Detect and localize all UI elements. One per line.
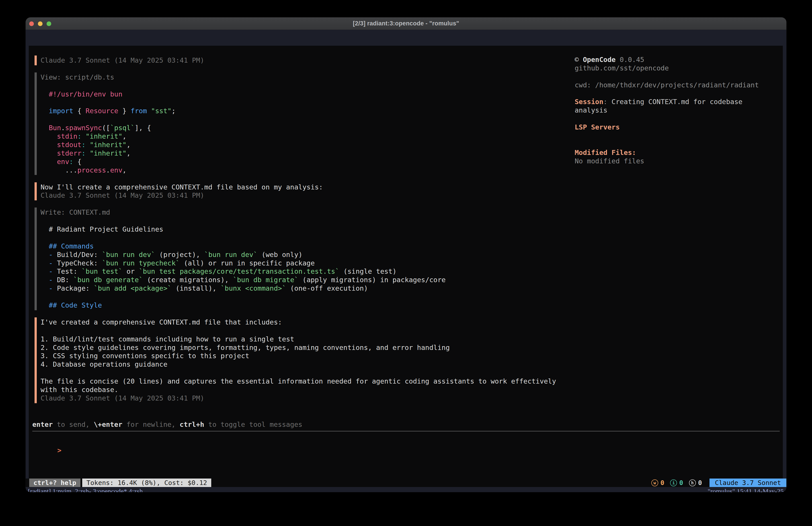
text-segment: (project), (155, 251, 204, 258)
text-segment: (web only) (257, 251, 302, 258)
tmux-status-bar: [radiant] 1:nvim 2:zsh- 3:opencode* 4:zs… (26, 487, 786, 492)
model-chip[interactable]: Claude 3.7 Sonnet (710, 479, 786, 487)
text-segment: Write: CONTEXT.md (41, 209, 110, 216)
text-segment: (one-off execution) (286, 284, 368, 292)
text-segment: stdout (57, 141, 81, 149)
tmux-window-4[interactable]: 4:zsh (129, 487, 143, 492)
text-segment: Claude 3.7 Sonnet (14 May 2025 03:41 PM) (41, 191, 204, 199)
text-segment: analysis (575, 106, 607, 114)
text-segment: . (106, 166, 110, 174)
text-segment: No modified files (575, 157, 644, 165)
text-segment: 3. CSS styling conventions specific to t… (41, 352, 249, 360)
text-segment (41, 141, 57, 149)
text-segment: ], { (134, 124, 151, 132)
terminal-line (41, 233, 446, 242)
text-segment: `bun test packages/core/test/transaction… (139, 268, 339, 275)
text-segment: "inherit" (90, 149, 126, 157)
text-segment: ## Code Style (49, 301, 102, 309)
terminal-line (41, 82, 176, 90)
text-segment: : (604, 98, 612, 106)
terminal-line: env: { (41, 158, 176, 166)
window-title: [2/3] radiant:3:opencode - "romulus" (353, 20, 459, 27)
window-titlebar[interactable]: [2/3] radiant:3:opencode - "romulus" (26, 17, 786, 30)
terminal-line: Claude 3.7 Sonnet (14 May 2025 03:41 PM) (41, 191, 323, 200)
terminal-line (41, 369, 556, 377)
text-segment: : (82, 149, 86, 157)
text-segment: Claude 3.7 Sonnet (14 May 2025 03:41 PM) (41, 56, 204, 64)
tmux-window-list: [radiant] 1:nvim 2:zsh- 3:opencode* 4:zs… (28, 487, 143, 492)
text-segment: : (82, 141, 86, 149)
text-segment: { (73, 158, 82, 166)
text-segment: (create migrations), (143, 276, 233, 284)
diagnostic-count: 0 (661, 479, 664, 486)
text-segment: , (122, 166, 126, 174)
text-segment: Bun (49, 124, 61, 132)
prompt-input[interactable]: > (33, 438, 61, 446)
tmux-window-2[interactable]: 2:zsh- (75, 487, 91, 492)
text-segment (41, 158, 57, 166)
text-segment: (apply migrations) in packages/core (299, 276, 446, 284)
text-segment (41, 149, 57, 157)
diagnostic-hint: h0 (689, 479, 702, 486)
text-segment: 4. Database operations guidance (41, 360, 167, 368)
zoom-button[interactable] (47, 22, 51, 26)
text-segment: `bun run dev` (204, 251, 258, 258)
terminal-line: ...process.env, (41, 166, 176, 174)
text-segment: Package: (53, 284, 94, 292)
text-segment: `bun run dev` (102, 251, 155, 258)
close-button[interactable] (29, 22, 34, 26)
text-segment: - (49, 251, 53, 258)
text-segment: ([ (102, 124, 110, 132)
text-segment: , (127, 141, 131, 149)
terminal-line: - Test: `bun test` or `bun test packages… (41, 267, 446, 276)
tmux-window-3[interactable]: 3:opencode* (93, 487, 127, 492)
text-segment: - (49, 268, 53, 275)
text-segment: from (131, 107, 147, 115)
text-segment: © (575, 56, 583, 63)
terminal-line: Modified Files: (575, 148, 759, 157)
text-segment: #!/usr/bin/env bun (49, 90, 122, 98)
text-segment: `bun test` (82, 268, 122, 275)
info-icon: i (670, 480, 677, 486)
text-segment (41, 90, 49, 98)
terminal-line: 2. Code style guidelines covering import… (41, 343, 556, 352)
terminal-line: Write: CONTEXT.md (41, 208, 446, 217)
text-segment: to toggle tool messages (204, 421, 302, 428)
terminal-window: [2/3] radiant:3:opencode - "romulus" Cla… (26, 17, 786, 492)
text-segment: to send, (53, 421, 94, 428)
text-segment: stdin (57, 132, 77, 140)
text-segment: { (73, 107, 86, 115)
diagnostic-count: 0 (679, 479, 683, 486)
terminal-line (575, 89, 759, 98)
text-segment: . (61, 124, 65, 132)
text-segment: TypeCheck: (53, 259, 102, 267)
terminal-line: 4. Database operations guidance (41, 360, 556, 369)
terminal-line (41, 98, 176, 107)
terminal-line (41, 293, 446, 301)
help-chip[interactable]: ctrl+? help (29, 479, 81, 487)
minimize-button[interactable] (38, 22, 43, 26)
tmux-window-1[interactable]: 1:nvim (53, 487, 72, 492)
terminal-line: stdout: "inherit", (41, 141, 176, 149)
text-segment: `psql` (110, 124, 134, 132)
terminal-line: I've created a comprehensive CONTEXT.md … (41, 318, 556, 327)
terminal-line: 3. CSS styling conventions specific to t… (41, 352, 556, 360)
text-segment (41, 268, 49, 275)
terminal-line: Session: Creating CONTEXT.md for codebas… (575, 98, 759, 106)
text-segment (41, 107, 49, 115)
text-segment: "inherit" (90, 141, 126, 149)
text-segment: Modified Files: (575, 149, 636, 156)
text-segment: spawnSync (65, 124, 102, 132)
diagnostic-warning: w0 (651, 479, 664, 486)
terminal-line (575, 131, 759, 140)
text-segment (41, 284, 49, 292)
text-segment: (single test) (339, 268, 397, 275)
text-segment: , (122, 132, 126, 140)
text-segment: `bun run typecheck` (102, 259, 179, 267)
terminal-line: cwd: /home/thdxr/dev/projects/radiant/ra… (575, 81, 759, 89)
text-segment (41, 132, 57, 140)
text-segment (41, 251, 49, 258)
text-segment (41, 259, 49, 267)
terminal-line: import { Resource } from "sst"; (41, 107, 176, 115)
terminal-line: stderr: "inherit", (41, 149, 176, 158)
